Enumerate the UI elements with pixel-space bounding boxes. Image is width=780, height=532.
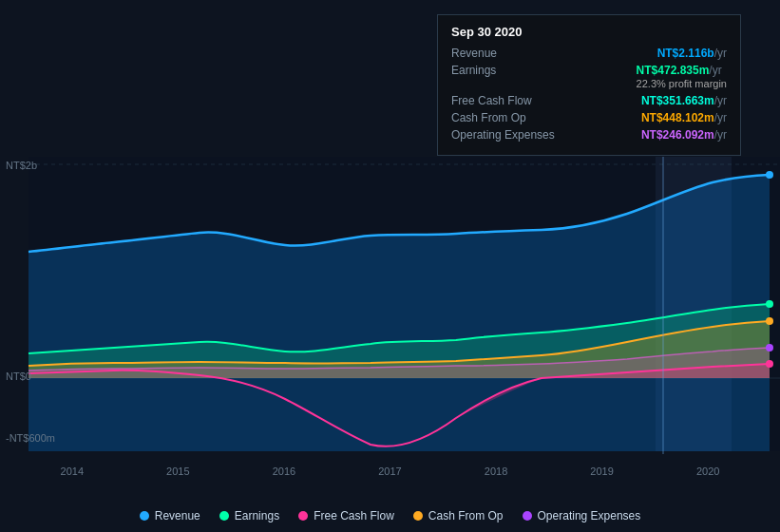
tooltip-value-earnings: NT$472.835m/yr 22.3% profit margin <box>637 64 727 90</box>
tooltip-row-opex: Operating Expenses NT$246.092m/yr <box>451 128 727 142</box>
legend-label-fcf: Free Cash Flow <box>314 509 394 522</box>
legend-item-opex[interactable]: Operating Expenses <box>523 509 641 522</box>
tooltip-label-cashfromop: Cash From Op <box>451 111 575 124</box>
legend-item-fcf[interactable]: Free Cash Flow <box>298 509 394 522</box>
tooltip-date: Sep 30 2020 <box>451 25 727 39</box>
legend-dot-revenue <box>140 511 149 521</box>
legend-item-earnings[interactable]: Earnings <box>219 509 279 522</box>
legend-label-cashfromop: Cash From Op <box>428 509 504 522</box>
x-label-2019: 2019 <box>590 466 613 477</box>
chart-container: NT$2b NT$0 -NT$600m 2014 2015 2016 2017 … <box>0 0 780 532</box>
svg-point-9 <box>766 344 773 352</box>
x-label-2015: 2015 <box>166 466 189 477</box>
tooltip-box: Sep 30 2020 Revenue NT$2.116b/yr Earning… <box>437 14 741 156</box>
tooltip-value-fcf: NT$351.663m/yr <box>641 94 727 107</box>
tooltip-row-revenue: Revenue NT$2.116b/yr <box>451 47 727 60</box>
svg-point-10 <box>766 360 773 368</box>
legend-label-opex: Operating Expenses <box>538 509 641 522</box>
x-label-2016: 2016 <box>273 466 295 477</box>
tooltip-value-revenue: NT$2.116b/yr <box>657 47 727 60</box>
x-label-2017: 2017 <box>378 466 401 477</box>
tooltip-row-fcf: Free Cash Flow NT$351.663m/yr <box>451 94 727 107</box>
y-label-neg600m: -NT$600m <box>6 432 55 444</box>
tooltip-label-earnings: Earnings <box>451 64 575 77</box>
tooltip-row-cashfromop: Cash From Op NT$448.102m/yr <box>451 111 727 124</box>
legend-label-earnings: Earnings <box>235 509 279 522</box>
tooltip-value-cashfromop: NT$448.102m/yr <box>641 111 727 124</box>
tooltip-label-revenue: Revenue <box>451 47 575 60</box>
svg-point-7 <box>766 300 773 308</box>
tooltip-row-earnings: Earnings NT$472.835m/yr 22.3% profit mar… <box>451 64 727 90</box>
x-label-2014: 2014 <box>61 466 84 477</box>
tooltip-value-opex: NT$246.092m/yr <box>641 128 727 142</box>
legend-label-revenue: Revenue <box>155 509 200 522</box>
tooltip-label-opex: Operating Expenses <box>451 128 575 142</box>
legend-item-cashfromop[interactable]: Cash From Op <box>413 509 504 522</box>
tooltip-label-fcf: Free Cash Flow <box>451 94 575 107</box>
legend-item-revenue[interactable]: Revenue <box>140 509 200 522</box>
chart-legend: Revenue Earnings Free Cash Flow Cash Fro… <box>0 509 780 522</box>
y-label-0: NT$0 <box>6 370 31 382</box>
svg-point-8 <box>766 317 773 325</box>
legend-dot-cashfromop <box>413 511 423 521</box>
legend-dot-fcf <box>298 511 308 521</box>
legend-dot-opex <box>523 511 532 521</box>
x-label-2020: 2020 <box>696 466 719 477</box>
legend-dot-earnings <box>219 511 229 521</box>
x-axis-labels: 2014 2015 2016 2017 2018 2019 2020 <box>0 466 780 477</box>
x-label-2018: 2018 <box>485 466 507 477</box>
svg-point-6 <box>766 171 773 179</box>
y-label-2b: NT$2b <box>6 160 37 171</box>
